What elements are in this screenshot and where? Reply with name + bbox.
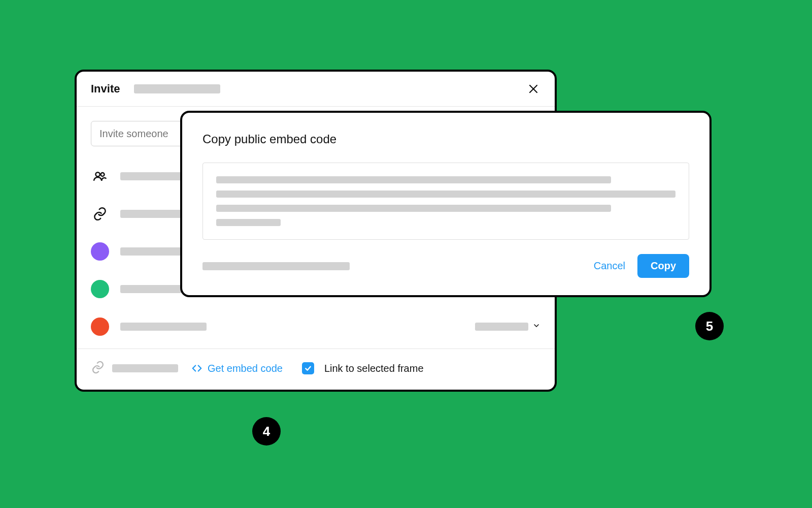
invite-dialog-header: Invite xyxy=(77,72,555,107)
placeholder-bar xyxy=(202,262,350,270)
svg-point-2 xyxy=(96,172,100,176)
placeholder-bar xyxy=(216,219,281,226)
avatar xyxy=(91,280,109,298)
invite-dialog-footer: Get embed code Link to selected frame xyxy=(77,348,555,390)
copy-button[interactable]: Copy xyxy=(637,254,689,278)
annotation-badge-4: 4 xyxy=(252,417,281,446)
get-embed-code-label: Get embed code xyxy=(208,363,283,374)
embed-code-dialog: Copy public embed code Cancel Copy xyxy=(180,111,712,297)
placeholder-bar xyxy=(216,176,611,183)
link-to-frame-label: Link to selected frame xyxy=(324,363,424,374)
placeholder-bar xyxy=(120,323,207,331)
cancel-button[interactable]: Cancel xyxy=(594,260,625,272)
annotation-badge-5: 5 xyxy=(695,312,724,340)
check-icon xyxy=(304,364,312,372)
placeholder-bar xyxy=(134,84,220,93)
avatar xyxy=(91,242,109,261)
people-icon xyxy=(91,167,109,185)
placeholder-bar xyxy=(112,364,178,372)
close-button[interactable] xyxy=(526,82,540,96)
code-icon xyxy=(191,363,202,374)
permission-dropdown[interactable] xyxy=(475,322,540,332)
invite-title: Invite xyxy=(91,82,120,96)
chevron-down-icon xyxy=(532,322,540,332)
placeholder-bar xyxy=(216,190,675,198)
svg-point-3 xyxy=(101,173,105,176)
user-row xyxy=(91,308,540,345)
link-to-frame-checkbox[interactable] xyxy=(302,362,314,374)
close-icon xyxy=(527,83,539,95)
placeholder-bar xyxy=(216,205,611,212)
link-icon xyxy=(91,360,105,376)
embed-code-textarea[interactable] xyxy=(202,163,689,240)
embed-dialog-footer: Cancel Copy xyxy=(202,254,689,278)
avatar xyxy=(91,318,109,336)
embed-dialog-title: Copy public embed code xyxy=(202,132,689,146)
placeholder-bar xyxy=(475,323,528,331)
link-icon xyxy=(91,205,109,223)
get-embed-code-link[interactable]: Get embed code xyxy=(191,363,283,374)
